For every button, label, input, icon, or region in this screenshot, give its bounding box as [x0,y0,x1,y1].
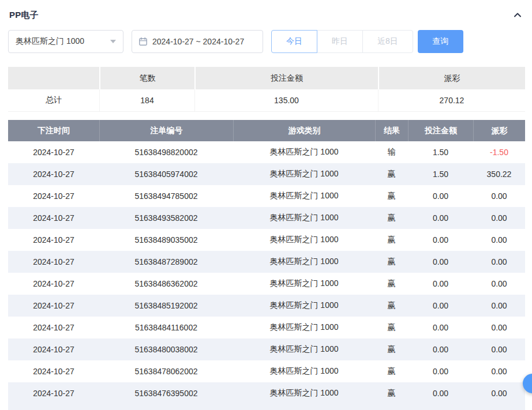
result-cell: 赢 [375,273,408,295]
bet-time-cell: 2024-10-27 [8,338,99,360]
quick-date-buttons: 今日 昨日 近8日 [271,30,413,53]
table-row: 2024-10-2751638480038002奥林匹斯之门 1000赢0.00… [8,338,525,360]
bet-amount-cell: 0.00 [408,251,473,273]
result-cell: 赢 [375,185,408,207]
game-type-cell: 奥林匹斯之门 1000 [233,229,375,251]
yesterday-button[interactable]: 昨日 [317,30,363,53]
bet-time-cell: 2024-10-27 [8,273,99,295]
bet-amount-cell: 1.50 [408,141,473,163]
summary-header-row: 笔数 投注金额 派彩 [8,67,525,89]
result-cell: 输 [375,141,408,163]
table-row: 2024-10-2751638484116002奥林匹斯之门 1000赢0.00… [8,317,525,338]
order-id-cell: 51638480038002 [99,338,233,360]
order-id-cell: 51638498820002 [99,141,233,163]
bet-amount-cell: 0.00 [408,338,473,360]
bet-amount-cell: 0.00 [408,229,473,251]
payout-cell: -1.50 [473,141,525,163]
table-row: 2024-10-2751638476395002奥林匹斯之门 1000赢0.00… [8,382,525,404]
empty-cell [99,404,233,410]
date-range-picker[interactable]: 2024-10-27 ~ 2024-10-27 [132,30,263,53]
last-8-days-button[interactable]: 近8日 [362,30,413,53]
payout-cell: 0.00 [473,207,525,229]
game-select[interactable]: 奥林匹斯之门 1000 [8,30,123,53]
order-id-cell: 51638478062002 [99,360,233,382]
game-type-cell: 奥林匹斯之门 1000 [233,251,375,273]
payout-cell: 0.00 [473,295,525,317]
payout-cell: 0.00 [473,338,525,360]
header-result: 结果 [375,120,408,141]
bet-time-cell: 2024-10-27 [8,185,99,207]
empty-cell [375,404,408,410]
order-id-cell: 51638476395002 [99,382,233,404]
result-cell: 赢 [375,163,408,185]
result-cell: 赢 [375,207,408,229]
payout-cell: 0.00 [473,251,525,273]
bet-time-cell: 2024-10-27 [8,207,99,229]
bet-time-cell: 2024-10-27 [8,317,99,338]
bet-time-cell: 2024-10-27 [8,382,99,404]
result-cell: 赢 [375,251,408,273]
empty-cell [473,404,525,410]
table-row: 2024-10-2751638405974002奥林匹斯之门 1000赢1.50… [8,163,525,185]
empty-cell [408,404,473,410]
bet-amount-cell: 0.00 [408,207,473,229]
bet-amount-cell: 0.00 [408,360,473,382]
bet-table-body: 2024-10-2751638498820002奥林匹斯之门 1000输1.50… [8,141,525,410]
collapse-button[interactable] [511,9,524,21]
game-type-cell: 奥林匹斯之门 1000 [233,295,375,317]
result-cell: 赢 [375,317,408,338]
game-type-cell: 奥林匹斯之门 1000 [233,338,375,360]
bet-amount-cell: 1.50 [408,163,473,185]
order-id-cell: 51638484116002 [99,317,233,338]
table-row: 2024-10-2751638494785002奥林匹斯之门 1000赢0.00… [8,185,525,207]
game-type-cell: 奥林匹斯之门 1000 [233,317,375,338]
bet-amount-cell: 0.00 [408,185,473,207]
today-button[interactable]: 今日 [271,30,317,53]
game-type-cell: 奥林匹斯之门 1000 [233,382,375,404]
bet-amount-cell: 0.00 [408,317,473,338]
header-game-type: 游戏类别 [233,120,375,141]
order-id-cell: 51638486362002 [99,273,233,295]
bet-records-table: 下注时间 注单编号 游戏类别 结果 投注金额 派彩 2024-10-275163… [8,120,525,410]
empty-cell [8,404,99,410]
payout-cell: 350.22 [473,163,525,185]
bet-table-header-row: 下注时间 注单编号 游戏类别 结果 投注金额 派彩 [8,120,525,141]
chevron-up-icon [513,10,522,20]
result-cell: 赢 [375,229,408,251]
summary-count-value: 184 [99,89,194,112]
section-title: PP电子 [9,10,39,21]
table-row-partial [8,404,525,410]
result-cell: 赢 [375,382,408,404]
table-row: 2024-10-2751638493582002奥林匹斯之门 1000赢0.00… [8,207,525,229]
bet-amount-cell: 0.00 [408,295,473,317]
game-type-cell: 奥林匹斯之门 1000 [233,185,375,207]
calendar-icon [138,37,148,46]
table-row: 2024-10-2751638485192002奥林匹斯之门 1000赢0.00… [8,295,525,317]
header-bet-amount: 投注金额 [408,120,473,141]
header-bet-time: 下注时间 [8,120,99,141]
order-id-cell: 51638405974002 [99,163,233,185]
payout-cell: 0.00 [473,360,525,382]
summary-total-label: 总计 [8,89,99,112]
summary-header-payout: 派彩 [378,67,525,89]
game-type-cell: 奥林匹斯之门 1000 [233,207,375,229]
order-id-cell: 51638485192002 [99,295,233,317]
game-type-cell: 奥林匹斯之门 1000 [233,360,375,382]
order-id-cell: 51638493582002 [99,207,233,229]
section-header: PP电子 [8,0,525,29]
game-type-cell: 奥林匹斯之门 1000 [233,141,375,163]
search-button[interactable]: 查询 [418,30,463,53]
date-range-value: 2024-10-27 ~ 2024-10-27 [152,37,244,46]
result-cell: 赢 [375,338,408,360]
payout-cell: 0.00 [473,273,525,295]
summary-header-empty [8,67,99,89]
bet-time-cell: 2024-10-27 [8,360,99,382]
table-row: 2024-10-2751638486362002奥林匹斯之门 1000赢0.00… [8,273,525,295]
summary-payout-value: 270.12 [378,89,525,112]
bet-time-cell: 2024-10-27 [8,141,99,163]
game-type-cell: 奥林匹斯之门 1000 [233,273,375,295]
pp-electronic-section: PP电子 奥林匹斯之门 1000 2024-10-27 ~ 2024-10-27… [0,0,532,410]
bet-time-cell: 2024-10-27 [8,295,99,317]
game-type-cell: 奥林匹斯之门 1000 [233,163,375,185]
payout-cell: 0.00 [473,382,525,404]
